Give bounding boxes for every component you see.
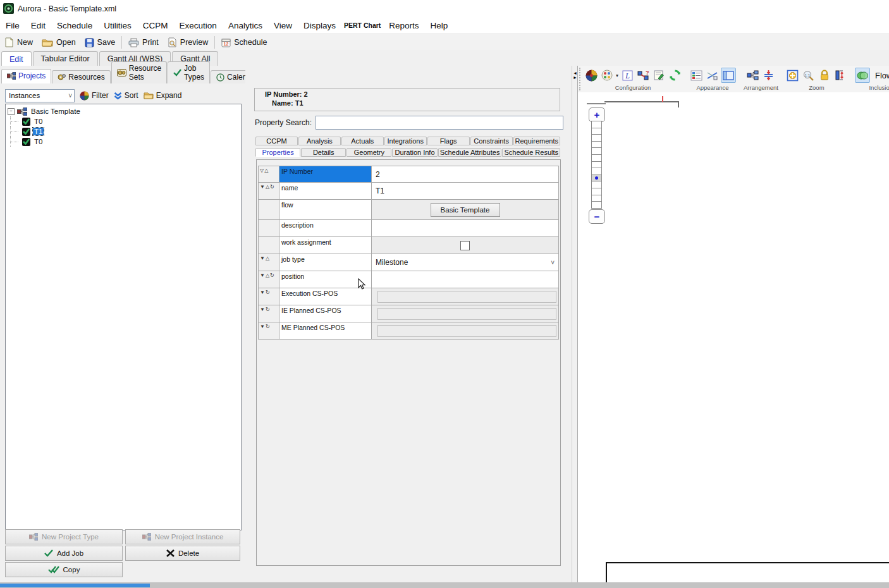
property-label[interactable]: IE Planned CS-POS — [279, 305, 372, 322]
tab-details[interactable]: Details — [301, 148, 346, 157]
sort-button[interactable]: Sort — [114, 91, 138, 100]
label-format-button[interactable]: L — [620, 68, 634, 82]
row-sort-icons[interactable]: ▼↻ — [258, 288, 279, 305]
name-value[interactable]: T1 — [372, 183, 559, 200]
property-label[interactable]: name — [279, 183, 372, 200]
tab-flags[interactable]: Flags — [427, 137, 470, 145]
flow-halo-label[interactable]: Flow Hal — [875, 71, 889, 80]
new-button[interactable]: New — [0, 36, 37, 49]
zoom-slider[interactable] — [591, 121, 602, 209]
add-job-button[interactable]: Add Job — [5, 546, 123, 561]
zoom-lock-button[interactable] — [818, 68, 831, 82]
filter-button[interactable]: Filter — [80, 91, 109, 101]
tree-item-label-selected[interactable]: T1 — [33, 128, 44, 135]
row-sort-icons[interactable] — [258, 200, 279, 220]
zoom-slider-step[interactable] — [592, 142, 601, 149]
save-button[interactable]: Save — [80, 37, 120, 49]
property-label[interactable]: flow — [279, 200, 372, 220]
zoom-slider-step[interactable] — [592, 162, 601, 169]
zoom-slider-step[interactable] — [592, 128, 601, 135]
tab-schedule-attributes[interactable]: Schedule Attributes — [438, 148, 502, 157]
description-value[interactable] — [372, 220, 559, 237]
row-sort-icons[interactable]: ▼△↻ — [258, 271, 279, 288]
ip-number-value[interactable]: 2 — [372, 166, 559, 183]
tab-schedule-results[interactable]: Schedule Results — [502, 148, 560, 157]
zoom-in-button[interactable]: + — [589, 107, 605, 122]
menu-utilities[interactable]: Utilities — [98, 18, 137, 33]
row-sort-icons[interactable] — [258, 237, 279, 254]
panel-layout-button[interactable] — [721, 68, 736, 83]
flow-halo-toggle[interactable] — [855, 68, 870, 83]
tree-item-label[interactable]: T0 — [33, 118, 44, 125]
menu-analytics[interactable]: Analytics — [223, 18, 268, 33]
schedule-button[interactable]: 12 Schedule — [217, 37, 271, 49]
property-label[interactable]: ME Planned CS-POS — [279, 322, 372, 340]
link-style-button[interactable] — [705, 68, 719, 82]
edit-notes-button[interactable] — [652, 68, 666, 82]
tab-job-types[interactable]: Job Types — [168, 61, 210, 83]
menu-schedule[interactable]: Schedule — [51, 18, 98, 33]
tab-requirements[interactable]: Requirements — [513, 137, 560, 145]
tab-geometry[interactable]: Geometry — [346, 148, 391, 157]
zoom-slider-step[interactable] — [592, 195, 601, 202]
tree-root-row[interactable]: − Basic Template — [6, 106, 241, 116]
job-type-dropdown[interactable]: Milestone ˅ — [376, 258, 558, 267]
layout-tree-button[interactable] — [746, 68, 760, 82]
zoom-slider-step[interactable] — [592, 188, 601, 195]
row-sort-icons[interactable]: ▼↻ — [258, 305, 279, 322]
tree-item-label[interactable]: T0 — [33, 138, 44, 145]
property-label[interactable]: description — [279, 220, 372, 237]
menu-edit[interactable]: Edit — [25, 18, 51, 33]
distribute-button[interactable] — [762, 68, 776, 82]
menu-displays[interactable]: Displays — [298, 18, 341, 33]
palette-button[interactable] — [600, 68, 614, 82]
open-button[interactable]: Open — [37, 37, 80, 48]
menu-execution[interactable]: Execution — [174, 18, 223, 33]
flow-template-button[interactable]: Basic Template — [431, 203, 500, 217]
tab-edit[interactable]: Edit — [1, 51, 32, 66]
instances-dropdown[interactable]: Instances ˅ — [5, 89, 75, 102]
zoom-slider-step[interactable] — [592, 135, 601, 142]
tree-item[interactable]: T1 — [6, 126, 241, 137]
property-search-input[interactable] — [316, 116, 563, 130]
row-sort-icons[interactable]: ▼△↻ — [258, 183, 279, 200]
zoom-slider-step[interactable] — [592, 202, 601, 208]
expand-button[interactable]: Expand — [144, 91, 182, 100]
left-splitter[interactable] — [245, 66, 250, 582]
tab-analysis[interactable]: Analysis — [298, 137, 341, 145]
color-wheel-button[interactable] — [584, 68, 598, 82]
menu-ccpm[interactable]: CCPM — [137, 18, 174, 33]
palette-dropdown-arrow-icon[interactable]: ▾ — [616, 73, 618, 78]
menu-file[interactable]: File — [0, 18, 25, 33]
menu-help[interactable]: Help — [425, 18, 454, 33]
chart-title-box[interactable]: <Enter Title Here> — [606, 562, 889, 582]
property-label[interactable]: position — [279, 271, 372, 288]
zoom-fit-height-button[interactable] — [833, 68, 847, 82]
menu-view[interactable]: View — [268, 18, 298, 33]
tree-root-label[interactable]: Basic Template — [30, 107, 82, 115]
delete-button[interactable]: Delete — [125, 546, 240, 561]
tab-tabular-editor[interactable]: Tabular Editor — [33, 51, 98, 66]
property-label[interactable]: Execution CS-POS — [279, 288, 372, 305]
zoom-slider-step[interactable] — [592, 121, 601, 128]
preview-button[interactable]: Preview — [163, 36, 212, 49]
work-assignment-checkbox[interactable] — [460, 241, 470, 250]
row-sort-icons[interactable]: ▼△ — [258, 254, 279, 271]
print-button[interactable]: Print — [124, 37, 163, 49]
row-sort-icons[interactable] — [258, 220, 279, 237]
zoom-out-button[interactable]: − — [589, 209, 605, 224]
tree-item[interactable]: T0 — [6, 137, 241, 147]
menu-pert-chart[interactable]: PERT Chart — [341, 18, 383, 33]
new-project-type-button[interactable]: New Project Type — [5, 529, 123, 544]
zoom-actual-size-button[interactable]: 1:1 — [802, 68, 816, 82]
zoom-fit-button[interactable] — [786, 68, 800, 82]
zoom-slider-step[interactable] — [592, 155, 601, 162]
legend-button[interactable] — [689, 68, 703, 82]
splitter-collapse-icon[interactable]: ◄► — [573, 71, 577, 80]
collapse-expander-icon[interactable]: − — [8, 108, 15, 115]
zoom-slider-step[interactable] — [592, 148, 601, 155]
new-project-instance-button[interactable]: New Project Instance — [125, 529, 240, 544]
property-label[interactable]: IP Number — [279, 166, 372, 183]
tree-item[interactable]: T0 — [6, 116, 241, 126]
tab-constraints[interactable]: Constraints — [470, 137, 513, 145]
